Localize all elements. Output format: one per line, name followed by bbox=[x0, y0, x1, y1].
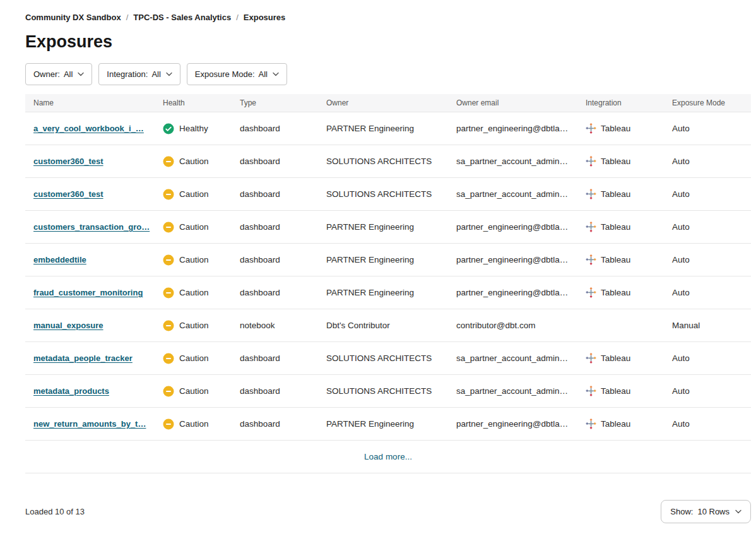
caution-minus-icon bbox=[163, 287, 174, 299]
table-row: a_very_cool_workbook_i_… Healthy dashboa… bbox=[25, 112, 751, 145]
exposure-name-link[interactable]: metadata_people_tracker bbox=[33, 353, 133, 363]
integration-label: Tableau bbox=[601, 222, 630, 232]
owner-email-cell: contributor@dbt.com bbox=[448, 321, 577, 330]
integration-label: Tableau bbox=[601, 124, 630, 133]
owner-email-cell: partner_engineering@dbtla… bbox=[448, 222, 577, 232]
caution-minus-icon bbox=[163, 189, 174, 200]
column-header-health: Health bbox=[155, 98, 232, 107]
breadcrumb-item-project[interactable]: Community DX Sandbox bbox=[25, 13, 121, 22]
filter-label: Integration: bbox=[107, 69, 148, 79]
filter-bar: Owner: All Integration: All Exposure Mod… bbox=[25, 63, 751, 85]
owner-cell: PARTNER Engineering bbox=[318, 255, 448, 264]
health-cell: Caution bbox=[155, 386, 232, 397]
owner-cell: PARTNER Engineering bbox=[318, 288, 448, 297]
integration-label: Tableau bbox=[601, 288, 630, 297]
table-row: customer360_test Caution dashboard SOLUT… bbox=[25, 145, 751, 178]
name-cell: fraud_customer_monitoring bbox=[25, 288, 155, 297]
show-value: 10 Rows bbox=[697, 507, 729, 516]
integration-cell: Tableau bbox=[577, 254, 664, 265]
tableau-icon bbox=[586, 287, 596, 298]
owner-filter-dropdown[interactable]: Owner: All bbox=[25, 63, 92, 85]
name-cell: a_very_cool_workbook_i_… bbox=[25, 124, 155, 133]
type-cell: dashboard bbox=[232, 189, 318, 199]
health-status-icon bbox=[163, 418, 174, 430]
health-label: Caution bbox=[179, 288, 209, 297]
loaded-count: Loaded 10 of 13 bbox=[25, 507, 85, 516]
integration-cell: Tableau bbox=[577, 418, 664, 429]
health-cell: Caution bbox=[155, 287, 232, 299]
column-header-name: Name bbox=[25, 98, 155, 107]
health-cell: Healthy bbox=[155, 123, 232, 134]
name-cell: customer360_test bbox=[25, 189, 155, 199]
tableau-icon bbox=[586, 386, 596, 396]
chevron-down-icon bbox=[273, 72, 279, 76]
integration-label: Tableau bbox=[601, 157, 630, 166]
tableau-icon bbox=[586, 189, 596, 199]
exposure-name-link[interactable]: manual_exposure bbox=[33, 321, 103, 330]
integration-cell: Tableau bbox=[577, 386, 664, 396]
owner-email-cell: partner_engineering@dbtla… bbox=[448, 288, 577, 297]
health-label: Caution bbox=[179, 222, 209, 232]
caution-minus-icon bbox=[163, 386, 174, 397]
name-cell: manual_exposure bbox=[25, 321, 155, 330]
breadcrumb-item-environment[interactable]: TPC-DS - Sales Analytics bbox=[133, 13, 231, 22]
health-status-icon bbox=[163, 189, 174, 200]
exposure-name-link[interactable]: new_return_amounts_by_t… bbox=[33, 419, 146, 429]
tableau-icon bbox=[586, 353, 596, 364]
table-row: fraud_customer_monitoring Caution dashbo… bbox=[25, 276, 751, 309]
exposure-mode-cell: Auto bbox=[664, 189, 751, 199]
health-label: Healthy bbox=[179, 124, 208, 133]
owner-cell: SOLUTIONS ARCHITECTS bbox=[318, 157, 448, 166]
load-more-link[interactable]: Load more... bbox=[364, 452, 412, 461]
exposure-name-link[interactable]: fraud_customer_monitoring bbox=[33, 288, 143, 297]
name-cell: embeddedtile bbox=[25, 255, 155, 264]
table-row: new_return_amounts_by_t… Caution dashboa… bbox=[25, 408, 751, 441]
exposure-mode-filter-dropdown[interactable]: Exposure Mode: All bbox=[187, 63, 287, 85]
type-cell: dashboard bbox=[232, 353, 318, 363]
exposure-name-link[interactable]: embeddedtile bbox=[33, 255, 86, 264]
table-footer: Loaded 10 of 13 Show: 10 Rows bbox=[25, 500, 751, 523]
exposure-mode-cell: Auto bbox=[664, 419, 751, 429]
integration-filter-dropdown[interactable]: Integration: All bbox=[98, 63, 180, 85]
integration-cell: Tableau bbox=[577, 287, 664, 298]
exposure-name-link[interactable]: customer360_test bbox=[33, 157, 103, 166]
health-cell: Caution bbox=[155, 353, 232, 364]
exposure-mode-cell: Auto bbox=[664, 353, 751, 363]
exposure-name-link[interactable]: customers_transaction_gro… bbox=[33, 222, 150, 232]
name-cell: metadata_products bbox=[25, 386, 155, 396]
exposure-mode-cell: Auto bbox=[664, 255, 751, 264]
integration-cell: Tableau bbox=[577, 123, 664, 134]
column-header-owner-email: Owner email bbox=[448, 98, 577, 107]
filter-value: All bbox=[259, 69, 268, 79]
health-cell: Caution bbox=[155, 189, 232, 200]
rows-per-page-select[interactable]: Show: 10 Rows bbox=[661, 500, 751, 523]
health-label: Caution bbox=[179, 255, 209, 264]
integration-cell: Tableau bbox=[577, 222, 664, 232]
chevron-down-icon bbox=[166, 72, 172, 76]
type-cell: dashboard bbox=[232, 124, 318, 133]
health-label: Caution bbox=[179, 321, 209, 330]
column-header-integration: Integration bbox=[577, 98, 664, 107]
filter-value: All bbox=[151, 69, 160, 79]
filter-label: Owner: bbox=[33, 69, 60, 79]
exposures-table: Name Health Type Owner Owner email Integ… bbox=[25, 94, 751, 473]
integration-cell: Tableau bbox=[577, 156, 664, 167]
name-cell: customers_transaction_gro… bbox=[25, 222, 155, 232]
integration-cell: Tableau bbox=[577, 353, 664, 364]
owner-cell: SOLUTIONS ARCHITECTS bbox=[318, 189, 448, 199]
tableau-icon bbox=[586, 156, 596, 167]
exposures-page: Community DX Sandbox / TPC-DS - Sales An… bbox=[0, 0, 756, 523]
exposure-name-link[interactable]: customer360_test bbox=[33, 189, 103, 199]
name-cell: metadata_people_tracker bbox=[25, 353, 155, 363]
owner-email-cell: partner_engineering@dbtla… bbox=[448, 419, 577, 429]
health-cell: Caution bbox=[155, 156, 232, 167]
caution-minus-icon bbox=[163, 254, 174, 266]
health-status-icon bbox=[163, 287, 174, 299]
exposure-name-link[interactable]: a_very_cool_workbook_i_… bbox=[33, 124, 144, 133]
owner-cell: PARTNER Engineering bbox=[318, 222, 448, 232]
exposure-name-link[interactable]: metadata_products bbox=[33, 386, 109, 396]
owner-cell: SOLUTIONS ARCHITECTS bbox=[318, 386, 448, 396]
type-cell: dashboard bbox=[232, 288, 318, 297]
breadcrumb-separator: / bbox=[236, 13, 239, 22]
type-cell: dashboard bbox=[232, 419, 318, 429]
